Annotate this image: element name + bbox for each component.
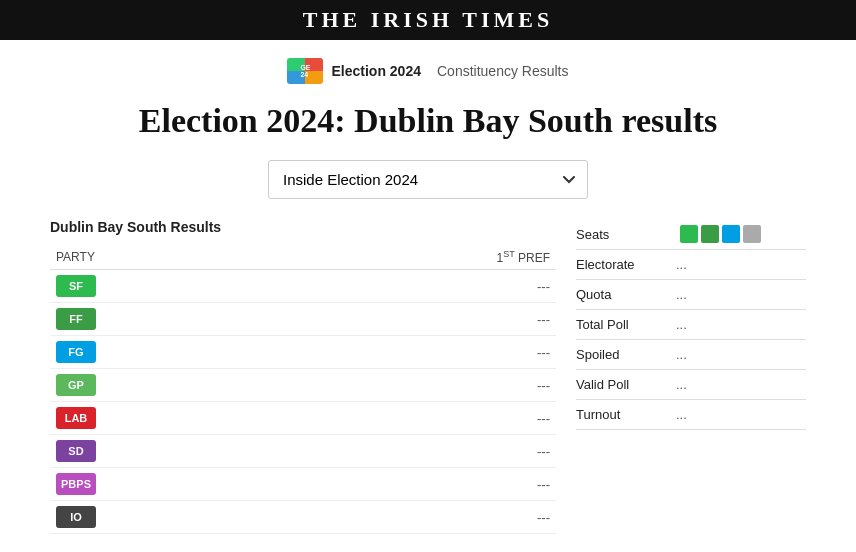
table-row: IO --- (50, 501, 556, 534)
breadcrumb-election[interactable]: Election 2024 (331, 63, 421, 79)
seat-box (680, 225, 698, 243)
party-cell: FF (50, 303, 274, 336)
stat-label: Turnout (576, 407, 676, 422)
stat-row-total_poll: Total Poll ... (576, 310, 806, 340)
stat-row-spoiled: Spoiled ... (576, 340, 806, 370)
seat-box (701, 225, 719, 243)
stat-row-electorate: Electorate ... (576, 250, 806, 280)
party-badge: SF (56, 275, 96, 297)
site-title: THE IRISH TIMES (303, 7, 553, 33)
stat-label: Total Poll (576, 317, 676, 332)
seats-row: Seats (576, 219, 806, 250)
col-party: PARTY (50, 245, 274, 270)
stat-value: ... (676, 347, 687, 362)
stat-row-quota: Quota ... (576, 280, 806, 310)
page-title: Election 2024: Dublin Bay South results (0, 102, 856, 140)
table-row: FG --- (50, 336, 556, 369)
seats-label: Seats (576, 227, 676, 242)
table-row: SF --- (50, 270, 556, 303)
badge-q4 (305, 71, 323, 84)
party-badge: SD (56, 440, 96, 462)
party-cell: FG (50, 336, 274, 369)
pref-value: --- (274, 336, 556, 369)
party-table: PARTY 1ST PREF SF --- FF (50, 245, 556, 534)
table-row: SD --- (50, 435, 556, 468)
stat-label: Electorate (576, 257, 676, 272)
pref-value: --- (274, 468, 556, 501)
party-cell: PBPS (50, 468, 274, 501)
badge-q3 (287, 71, 305, 84)
party-badge: GP (56, 374, 96, 396)
pref-value: --- (274, 501, 556, 534)
badge-q2 (305, 58, 323, 71)
party-badge: LAB (56, 407, 96, 429)
party-cell: IO (50, 501, 274, 534)
stat-label: Quota (576, 287, 676, 302)
site-header: THE IRISH TIMES (0, 0, 856, 40)
party-badge: IO (56, 506, 96, 528)
stat-value: ... (676, 377, 687, 392)
stat-value: ... (676, 407, 687, 422)
pref-value: --- (274, 303, 556, 336)
table-row: GP --- (50, 369, 556, 402)
stat-value: ... (676, 287, 687, 302)
left-panel: Dublin Bay South Results PARTY 1ST PREF … (50, 219, 556, 534)
dropdown-wrap: Inside Election 2024 (0, 160, 856, 199)
pref-value: --- (274, 435, 556, 468)
breadcrumb-constituency[interactable]: Constituency Results (437, 63, 569, 79)
right-panel: Seats Electorate ... Quota ... Total Pol… (576, 219, 806, 534)
party-badge: PBPS (56, 473, 96, 495)
col-pref: 1ST PREF (274, 245, 556, 270)
party-badge: FF (56, 308, 96, 330)
seats-boxes (680, 225, 761, 243)
stat-value: ... (676, 317, 687, 332)
left-panel-title: Dublin Bay South Results (50, 219, 556, 235)
stat-rows: Electorate ... Quota ... Total Poll ... … (576, 250, 806, 430)
ge24-logo: GE24 (287, 58, 323, 84)
badge-q1 (287, 58, 305, 71)
pref-value: --- (274, 369, 556, 402)
party-cell: SF (50, 270, 274, 303)
party-badge: FG (56, 341, 96, 363)
stat-label: Spoiled (576, 347, 676, 362)
main-content: Dublin Bay South Results PARTY 1ST PREF … (0, 219, 856, 534)
breadcrumb: GE24 Election 2024 Constituency Results (0, 40, 856, 94)
stat-label: Valid Poll (576, 377, 676, 392)
pref-value: --- (274, 270, 556, 303)
election-dropdown[interactable]: Inside Election 2024 (268, 160, 588, 199)
table-row: LAB --- (50, 402, 556, 435)
party-cell: GP (50, 369, 274, 402)
table-row: FF --- (50, 303, 556, 336)
stat-value: ... (676, 257, 687, 272)
party-cell: SD (50, 435, 274, 468)
pref-value: --- (274, 402, 556, 435)
party-cell: LAB (50, 402, 274, 435)
stat-row-turnout: Turnout ... (576, 400, 806, 430)
seat-box (722, 225, 740, 243)
table-row: PBPS --- (50, 468, 556, 501)
seat-box (743, 225, 761, 243)
stat-row-valid_poll: Valid Poll ... (576, 370, 806, 400)
